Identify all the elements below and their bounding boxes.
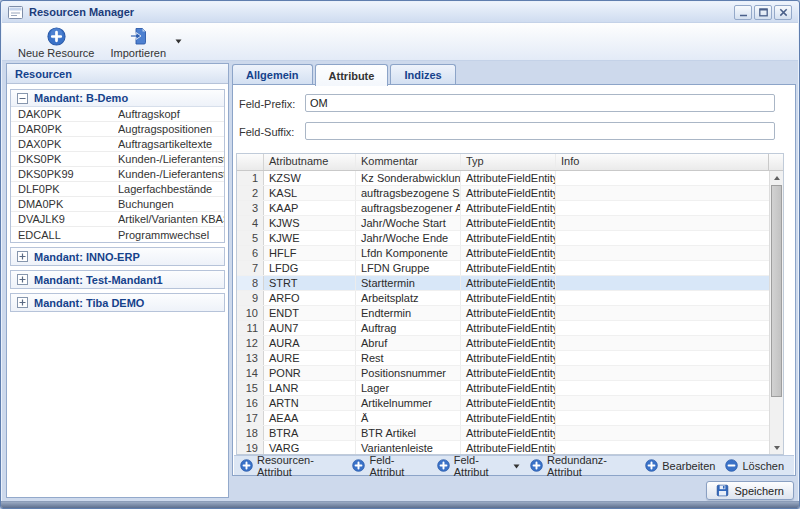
column-header-num[interactable] <box>237 154 264 170</box>
close-icon <box>776 6 791 19</box>
close-button[interactable] <box>774 5 792 20</box>
cell-typ: AttributeFieldEntity <box>461 231 556 245</box>
resources-sidebar: Resourcen Mandant: B-DemoDAK0PKAuftragsk… <box>6 63 229 498</box>
minimize-button[interactable] <box>734 5 752 20</box>
table-row-kaap[interactable]: 3KAAPauftragsbezogener APAttributeFieldE… <box>237 201 783 216</box>
resource-code: EDCALL <box>11 229 118 241</box>
sidebar-item-edcall[interactable]: EDCALLProgrammwechsel <box>11 227 224 242</box>
import-icon <box>128 26 148 46</box>
sidebar-item-dlf0pk[interactable]: DLF0PKLagerfachbestände <box>11 182 224 197</box>
sidebar-group-mandant-b-demo: Mandant: B-DemoDAK0PKAuftragskopfDAR0PKA… <box>10 89 225 243</box>
sidebar-group-header[interactable]: Mandant: Test-Mandant1 <box>11 271 224 288</box>
table-row-aure[interactable]: 13AURERestAttributeFieldEntity <box>237 351 783 366</box>
cell-info <box>556 291 783 305</box>
import-dropdown-caret[interactable] <box>175 39 182 44</box>
sidebar-item-dak0pk[interactable]: DAK0PKAuftragskopf <box>11 107 224 122</box>
column-header-atributname[interactable]: Atributname <box>264 154 356 170</box>
row-number: 12 <box>237 336 264 350</box>
resource-description: Kunden-/Lieferantenstamm <box>118 168 224 180</box>
import-button[interactable]: Importieren <box>102 25 174 59</box>
sidebar-item-dar0pk[interactable]: DAR0PKAugtragspositionen <box>11 122 224 137</box>
resource-description: Augtragspositionen <box>118 123 224 135</box>
sidebar-item-dax0pk[interactable]: DAX0PKAuftragsartikeltexte <box>11 137 224 152</box>
cell-typ: AttributeFieldEntity <box>461 351 556 365</box>
cell-kommentar: BTR Artikel <box>356 426 461 440</box>
scrollbar-thumb[interactable] <box>771 185 782 397</box>
table-row-endt[interactable]: 10ENDTEndterminAttributeFieldEntity <box>237 306 783 321</box>
sidebar-group-mandant-tiba-demo: Mandant: Tiba DEMO <box>10 293 225 312</box>
sidebar-group-header[interactable]: Mandant: Tiba DEMO <box>11 294 224 311</box>
add-redundanz-attribut-button[interactable]: Redundanz-Attribut <box>530 454 629 478</box>
table-row-strt[interactable]: 8STRTStartterminAttributeFieldEntity <box>237 276 783 291</box>
cell-typ: AttributeFieldEntity <box>461 366 556 380</box>
scroll-down-button[interactable] <box>770 441 783 454</box>
cell-atributname: STRT <box>264 276 356 290</box>
sidebar-item-dma0pk[interactable]: DMA0PKBuchungen <box>11 197 224 212</box>
sidebar-group-header[interactable]: Mandant: INNO-ERP <box>11 248 224 265</box>
maximize-button[interactable] <box>754 5 772 20</box>
cell-typ: AttributeFieldEntity <box>461 276 556 290</box>
table-row-aeaa[interactable]: 17AEAAÄAttributeFieldEntity <box>237 411 783 426</box>
table-row-hflf[interactable]: 6HFLFLfdn KomponenteAttributeFieldEntity <box>237 246 783 261</box>
new-resource-label: Neue Resource <box>18 47 94 59</box>
add-button-label: Redundanz-Attribut <box>547 454 629 478</box>
cell-atributname: ENDT <box>264 306 356 320</box>
plus-circle-icon <box>240 459 253 472</box>
table-row-btra[interactable]: 18BTRABTR ArtikelAttributeFieldEntity <box>237 426 783 441</box>
plus-circle-icon <box>530 459 543 472</box>
expand-icon[interactable] <box>17 251 28 262</box>
table-vertical-scrollbar[interactable] <box>769 171 783 454</box>
table-row-aun7[interactable]: 11AUN7AuftragAttributeFieldEntity <box>237 321 783 336</box>
tab-allgemein[interactable]: Allgemein <box>232 64 313 85</box>
table-row-aura[interactable]: 12AURAAbrufAttributeFieldEntity <box>237 336 783 351</box>
cell-info <box>556 411 783 425</box>
edit-button[interactable]: Bearbeiten <box>645 459 715 472</box>
row-number: 9 <box>237 291 264 305</box>
scroll-up-button[interactable] <box>770 171 783 184</box>
table-row-kjwe[interactable]: 5KJWEJahr/Woche EndeAttributeFieldEntity <box>237 231 783 246</box>
table-row-kzsw[interactable]: 1KZSWKz SonderabwicklungAttributeFieldEn… <box>237 171 783 186</box>
cell-kommentar: Rest <box>356 351 461 365</box>
row-number: 13 <box>237 351 264 365</box>
column-header-info[interactable]: Info <box>556 154 769 170</box>
cell-atributname: HFLF <box>264 246 356 260</box>
add-feld-attribut-button[interactable]: Feld-Attribut <box>352 454 420 478</box>
feld-suffix-input[interactable] <box>305 122 775 140</box>
table-row-ponr[interactable]: 14PONRPositionsnummerAttributeFieldEntit… <box>237 366 783 381</box>
table-row-varg[interactable]: 19VARGVariantenleisteAttributeFieldEntit… <box>237 441 783 454</box>
tab-indizes[interactable]: Indizes <box>390 64 455 85</box>
resource-description: Artikel/Varianten KBAS <box>118 213 224 225</box>
table-row-arfo[interactable]: 9ARFOArbeitsplatzAttributeFieldEntity <box>237 291 783 306</box>
expand-icon[interactable] <box>17 274 28 285</box>
sidebar-group-header[interactable]: Mandant: B-Demo <box>11 90 224 107</box>
collapse-icon[interactable] <box>17 93 28 104</box>
feld-prefix-input[interactable] <box>305 94 775 112</box>
cell-atributname: PONR <box>264 366 356 380</box>
table-row-lfdg[interactable]: 7LFDGLFDN GruppeAttributeFieldEntity <box>237 261 783 276</box>
maximize-icon <box>756 6 771 19</box>
expand-icon[interactable] <box>17 297 28 308</box>
tab-attribute[interactable]: Attribute <box>315 64 389 86</box>
table-row-lanr[interactable]: 15LANRLagerAttributeFieldEntity <box>237 381 783 396</box>
new-resource-button[interactable]: Neue Resource <box>10 25 102 59</box>
table-row-kasl[interactable]: 2KASLauftragsbezogene SLAttributeFieldEn… <box>237 186 783 201</box>
sidebar-item-dks0pk[interactable]: DKS0PKKunden-/Lieferantenstamm <box>11 152 224 167</box>
cell-info <box>556 381 783 395</box>
sidebar-item-dks0pk99[interactable]: DKS0PK99Kunden-/Lieferantenstamm <box>11 167 224 182</box>
plus-circle-icon <box>645 459 658 472</box>
save-button[interactable]: Speichern <box>706 481 794 500</box>
table-toolbar-left: Resourcen-AttributFeld-AttributFeld-Attr… <box>240 454 645 478</box>
cell-info <box>556 231 783 245</box>
cell-info <box>556 366 783 380</box>
table-row-kjws[interactable]: 4KJWSJahr/Woche StartAttributeFieldEntit… <box>237 216 783 231</box>
add-feld-attribut-button-dropdown[interactable]: Feld-Attribut <box>437 454 505 478</box>
column-header-kommentar[interactable]: Kommentar <box>356 154 461 170</box>
add-resourcen-attribut-button[interactable]: Resourcen-Attribut <box>240 454 336 478</box>
cell-typ: AttributeFieldEntity <box>461 426 556 440</box>
delete-button[interactable]: Löschen <box>725 459 784 472</box>
cell-kommentar: Lager <box>356 381 461 395</box>
column-header-typ[interactable]: Typ <box>461 154 556 170</box>
sidebar-item-dvajlk9[interactable]: DVAJLK9Artikel/Varianten KBAS <box>11 212 224 227</box>
table-row-artn[interactable]: 16ARTNArtikelnummerAttributeFieldEntity <box>237 396 783 411</box>
dropdown-caret-icon[interactable] <box>513 464 520 469</box>
